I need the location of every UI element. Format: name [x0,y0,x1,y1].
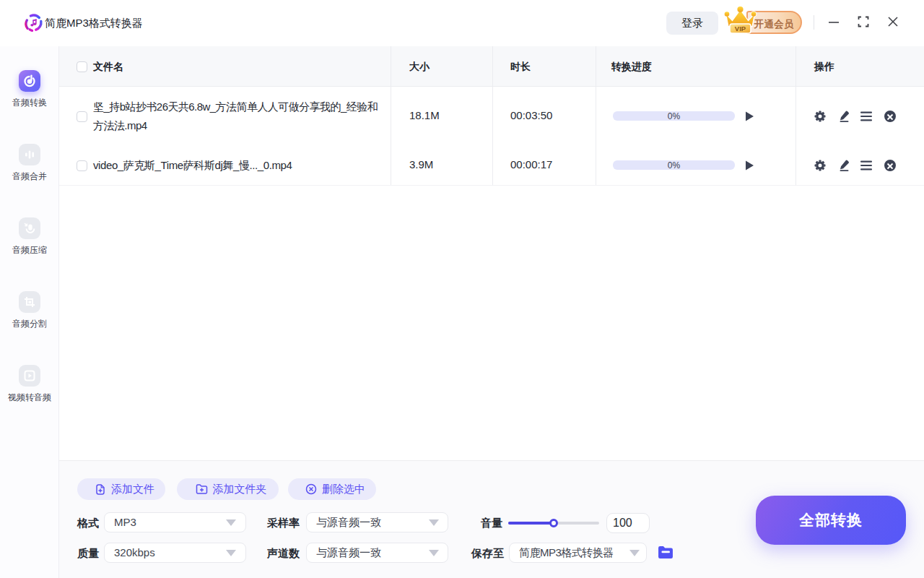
svg-text:开通会员: 开通会员 [754,19,794,30]
svg-text:VIP: VIP [735,25,746,33]
